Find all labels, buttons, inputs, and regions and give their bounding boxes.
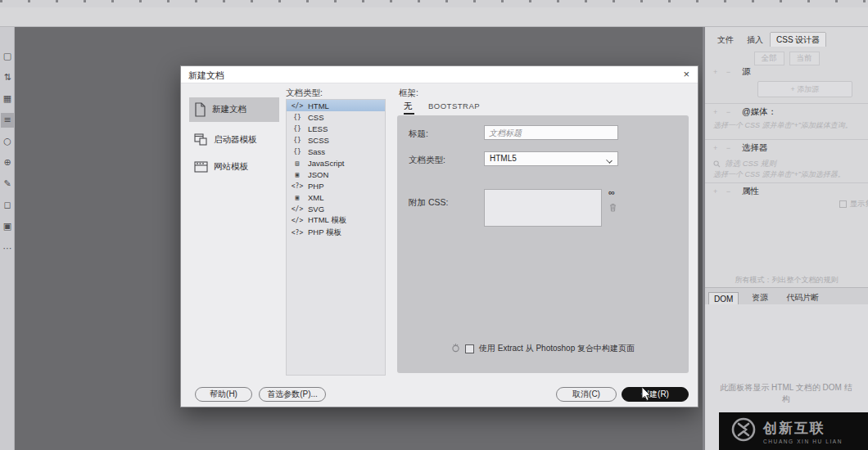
add-source-button[interactable]: + 添加源 xyxy=(757,81,852,97)
divider xyxy=(705,103,868,104)
nav-label: 网站模板 xyxy=(214,161,248,173)
help-button[interactable]: 帮助(H) xyxy=(195,387,252,402)
doc-type-html[interactable]: </>HTML xyxy=(287,100,385,111)
doc-type-list-label: 文档类型: xyxy=(286,88,323,99)
watermark-name: 创新互联 xyxy=(763,419,843,438)
tab-css-designer[interactable]: CSS 设计器 xyxy=(771,33,825,47)
sources-title: 源 xyxy=(742,66,751,78)
close-icon[interactable]: × xyxy=(683,68,689,80)
menu-bar[interactable] xyxy=(0,0,868,7)
doc-type-scss[interactable]: {}SCSS xyxy=(287,134,385,146)
show-set-label: 显示集 xyxy=(850,199,868,209)
divider xyxy=(705,139,868,140)
tab-active-underline xyxy=(404,113,414,115)
attach-stylesheet-icon[interactable]: ∞ xyxy=(608,187,615,197)
tab-dom[interactable]: DOM xyxy=(708,292,739,305)
pen-icon[interactable]: ✎ xyxy=(1,177,14,191)
doc-type-list[interactable]: </>HTML {}CSS {}LESS {}SCSS {}Sass ▤Java… xyxy=(286,99,386,376)
dialog-title: 新建文档 xyxy=(188,70,224,82)
tab-framework-bootstrap[interactable]: BOOTSTRAP xyxy=(428,101,480,110)
media-title: @媒体： xyxy=(742,106,776,118)
doctype-select[interactable]: HTML5 xyxy=(484,151,618,166)
site-template-icon xyxy=(194,161,208,173)
json-icon: ▣ xyxy=(290,171,305,178)
doc-type-css[interactable]: {}CSS xyxy=(287,111,385,123)
doc-type-php-template[interactable]: <?>PHP 模板 xyxy=(287,227,385,238)
doctype-select-value: HTML5 xyxy=(490,154,517,163)
toolbar-band xyxy=(0,7,868,27)
tab-snippets[interactable]: 代码片断 xyxy=(781,290,824,305)
php-icon: <?> xyxy=(290,182,305,190)
selectors-section-header: + − 选择器 xyxy=(713,142,768,154)
media-hint: 选择一个 CSS 源并单击“+”添加媒体查询。 xyxy=(713,120,867,131)
show-set-checkbox[interactable] xyxy=(839,200,847,208)
sort-icon[interactable]: ⇅ xyxy=(1,70,14,85)
selectors-hint: 选择一个 CSS 源并单击“+”添加选择器。 xyxy=(713,169,867,180)
add-remove-controls[interactable]: + − xyxy=(713,187,734,196)
comment-icon[interactable]: ◻ xyxy=(1,198,14,213)
doc-type-json[interactable]: ▣JSON xyxy=(287,169,385,181)
new-file-icon[interactable]: ▢ xyxy=(1,49,14,64)
nav-site-templates[interactable]: 网站模板 xyxy=(189,156,279,178)
extract-icon xyxy=(451,341,460,356)
doc-type-php[interactable]: <?>PHP xyxy=(287,181,385,192)
sources-section-header: + − 源 xyxy=(713,66,751,78)
scope-current-button[interactable]: 当前 xyxy=(789,52,820,65)
doctype-field-label: 文档类型: xyxy=(409,155,445,166)
lines-icon[interactable]: ≡ xyxy=(1,113,14,128)
code-icon: </> xyxy=(290,102,305,110)
preferences-button[interactable]: 首选参数(P)... xyxy=(259,387,326,402)
code-icon: </> xyxy=(290,217,305,224)
scope-all-button[interactable]: 全部 xyxy=(754,52,784,65)
trash-icon[interactable] xyxy=(609,200,617,215)
watermark-logo-icon xyxy=(730,416,757,446)
divider xyxy=(705,182,868,183)
nav-label: 新建文档 xyxy=(212,104,246,115)
xml-icon: ▣ xyxy=(290,194,305,201)
attach-css-list[interactable] xyxy=(484,189,602,227)
show-set-toggle[interactable]: 显示集 xyxy=(839,199,868,209)
new-document-dialog: 新建文档 × 新建文档 启动器模板 网站模板 文档类型: </>HTML {}C… xyxy=(180,65,698,407)
frame-icon[interactable]: ▣ xyxy=(1,219,14,234)
braces-icon: {} xyxy=(290,137,305,144)
nav-starter-templates[interactable]: 启动器模板 xyxy=(189,128,279,152)
nav-label: 启动器模板 xyxy=(214,134,257,146)
doc-type-less[interactable]: {}LESS xyxy=(287,123,385,134)
media-section-header: + − @媒体： xyxy=(713,106,776,118)
tab-insert[interactable]: 插入 xyxy=(741,33,769,47)
doc-type-javascript[interactable]: ▤JavaScript xyxy=(287,157,385,169)
braces-icon: {} xyxy=(290,148,305,155)
dom-tabs: DOM 资源 代码片断 xyxy=(708,290,824,305)
target-icon[interactable]: ⊕ xyxy=(1,155,14,170)
circle-icon[interactable]: ○ xyxy=(1,134,14,149)
mode-hint: 所有模式：列出整个文档的规则 xyxy=(705,275,868,286)
doc-type-html-template[interactable]: </>HTML 模板 xyxy=(287,215,385,227)
title-input[interactable] xyxy=(484,125,618,140)
more-icon[interactable]: ⋯ xyxy=(1,241,14,256)
create-button[interactable]: 创建(R) xyxy=(622,387,689,402)
tab-files[interactable]: 文件 xyxy=(712,33,739,47)
mouse-cursor xyxy=(641,386,652,405)
tab-framework-none[interactable]: 无 xyxy=(404,101,413,112)
doc-type-sass[interactable]: {}Sass xyxy=(287,146,385,157)
add-remove-controls[interactable]: + − xyxy=(713,108,734,116)
add-remove-controls[interactable]: + − xyxy=(713,68,734,76)
nav-new-document[interactable]: 新建文档 xyxy=(189,97,279,122)
framework-panel: 标题: 文档类型: HTML5 附加 CSS: ∞ 使用 Extract 从 P… xyxy=(397,115,689,373)
image-icon[interactable]: ▦ xyxy=(1,92,14,106)
dialog-titlebar[interactable]: 新建文档 × xyxy=(181,66,698,83)
extract-label: 使用 Extract 从 Photoshop 复合中构建页面 xyxy=(479,343,635,354)
selectors-title: 选择器 xyxy=(742,142,768,154)
css-field-label: 附加 CSS: xyxy=(409,197,448,209)
chevron-down-icon xyxy=(606,157,613,164)
cancel-button[interactable]: 取消(C) xyxy=(556,387,617,402)
doc-type-svg[interactable]: </>SVG xyxy=(287,204,385,215)
add-remove-controls[interactable]: + − xyxy=(713,144,734,152)
tab-assets[interactable]: 资源 xyxy=(747,290,773,305)
doc-type-xml[interactable]: ▣XML xyxy=(287,192,385,204)
script-icon: ▤ xyxy=(290,160,305,167)
watermark: 创新互联 CHUANG XIN HU LIAN xyxy=(719,412,868,450)
extract-checkbox[interactable] xyxy=(465,344,474,353)
title-field-label: 标题: xyxy=(409,128,428,140)
scope-toggle: 全部 当前 xyxy=(705,52,868,65)
